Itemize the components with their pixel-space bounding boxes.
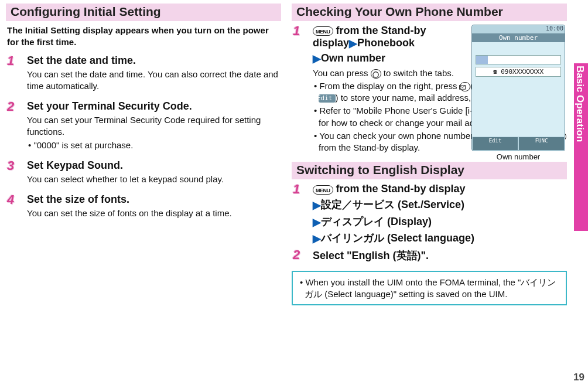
body-text: to switch the tabs.	[381, 68, 454, 78]
right-step-2a: 1 from the Stand-by display ▶設定／サービス (Se…	[292, 183, 567, 245]
step-number: 4	[7, 192, 14, 207]
screen-tab	[476, 55, 561, 64]
step-heading: Set your Terminal Security Code.	[27, 100, 281, 113]
heading-link: Own number	[321, 52, 385, 64]
menu-key-icon	[313, 26, 333, 36]
page-number: 19	[573, 372, 584, 383]
step-heading: Set Keypad Sound.	[27, 159, 281, 172]
step-heading: Set the date and time.	[27, 55, 281, 67]
body-text: You can press	[313, 68, 371, 78]
intro-text: The Initial Setting display appears when…	[6, 25, 281, 55]
step-number: 2	[293, 247, 300, 263]
screen-status-bar: 10:00	[472, 25, 565, 33]
bullet-text: ) to store your name, mail address, etc.	[336, 93, 488, 103]
step-body: You can set the size of fonts on the dis…	[27, 207, 281, 219]
note-text: When you install the UIM onto the FOMA t…	[299, 277, 560, 301]
bullet-text: from the Stand-by display.	[319, 142, 420, 152]
side-tab: Basic Operation	[573, 0, 588, 388]
step-1: 1 Set the date and time. You can set the…	[6, 55, 281, 93]
step-number: 3	[7, 158, 14, 173]
screen-softkeys: EditFUNC	[472, 137, 565, 151]
step-body: You can set your Terminal Security Code …	[27, 114, 281, 138]
step-bullet: "0000" is set at purchase.	[27, 139, 281, 151]
step-body: You can select whether to let a keypad s…	[27, 173, 281, 185]
step-number: 2	[7, 99, 14, 114]
note-box: When you install the UIM onto the FOMA t…	[292, 271, 567, 305]
step-number: 1	[293, 182, 300, 197]
screen-title: Own number	[472, 33, 565, 42]
screen-phone-number: ☎ 090XXXXXXXX	[476, 67, 561, 77]
bullet-text: From the display on the right, press	[319, 81, 459, 91]
phone-screen-illustration: 10:00 Own number ☎ 090XXXXXXXX EditFUNC …	[471, 25, 566, 161]
step-body: You can set the date and time. You can a…	[27, 69, 281, 93]
right-step-2b: 2 Select "English (英語)".	[292, 249, 567, 263]
edit-softkey-icon: Edit	[319, 94, 336, 103]
heading-link: Phonebook	[357, 37, 415, 49]
mail-key-icon	[460, 82, 470, 91]
section-title-switching: Switching to English Display	[292, 162, 567, 179]
heading-link: バイリンガル (Select language)	[321, 232, 474, 244]
heading-text: from the Stand-by display	[333, 183, 466, 195]
section-title-configuring: Configuring Initial Setting	[6, 4, 281, 21]
arrow-icon: ▶	[349, 38, 357, 49]
step-heading: from the Stand-by display ▶設定／サービス (Set.…	[313, 183, 567, 245]
step-heading: from the Stand-by display▶Phonebook ▶Own…	[313, 25, 488, 66]
menu-key-icon	[313, 185, 333, 195]
heading-link: 設定／サービス (Set./Service)	[321, 199, 464, 210]
step-2: 2 Set your Terminal Security Code. You c…	[6, 100, 281, 151]
step-3: 3 Set Keypad Sound. You can select wheth…	[6, 159, 281, 185]
bullet: From the display on the right, press (Ed…	[313, 80, 488, 104]
step-4: 4 Set the size of fonts. You can set the…	[6, 193, 281, 219]
step-number: 1	[7, 53, 14, 69]
multi-key-icon	[371, 69, 381, 79]
side-tab-label: Basic Operation	[574, 66, 586, 142]
arrow-icon: ▶	[313, 233, 321, 244]
step-heading: Set the size of fonts.	[27, 193, 281, 206]
section-title-check-number: Checking Your Own Phone Number	[292, 4, 567, 21]
step-heading: Select "English (英語)".	[313, 249, 567, 263]
arrow-icon: ▶	[313, 200, 321, 212]
step-number: 1	[293, 23, 300, 39]
arrow-icon: ▶	[313, 53, 321, 65]
heading-link: ディスプレイ (Display)	[321, 216, 432, 227]
screen-caption: Own number	[471, 152, 566, 161]
arrow-icon: ▶	[313, 216, 321, 228]
step-body: You can press to switch the tabs.	[313, 67, 488, 79]
